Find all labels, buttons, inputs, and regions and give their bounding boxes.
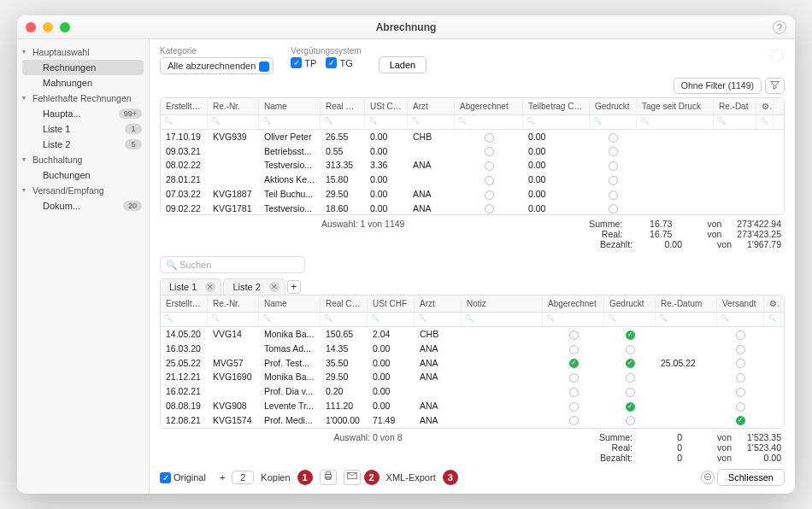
table-row[interactable]: 07.03.22KVG1887Teil Buchu...29.500.00ANA…	[161, 187, 784, 202]
filter-cell[interactable]	[321, 313, 368, 326]
column-header[interactable]: Real CHF	[321, 295, 368, 312]
selection-info-2: Auswahl: 0 von 8	[163, 432, 573, 463]
filter-cell[interactable]	[368, 313, 415, 326]
table-row[interactable]: 28.01.21Aktions Ke...15.800.000.00	[161, 173, 784, 187]
original-checkbox[interactable]: ✓Original	[160, 472, 206, 483]
sidebar-item[interactable]: Buchungen	[17, 167, 149, 183]
table2-body[interactable]: 14.05.20VVG14Monika Ba...150.652.04CHB16…	[161, 327, 784, 429]
sidebar-item[interactable]: Liste 25	[17, 137, 149, 152]
column-header[interactable]: Re.-Datum	[656, 295, 717, 312]
filter-cell[interactable]	[259, 313, 321, 326]
close-tab-icon[interactable]: ✕	[205, 282, 215, 292]
column-header[interactable]: Re.-Nr.	[208, 295, 259, 312]
tab-liste2[interactable]: Liste 2✕	[223, 278, 285, 295]
sidebar-item[interactable]: Rechnungen	[22, 60, 144, 75]
table-row[interactable]: 08.02.22Testversio...313.353.36ANA0.00	[161, 158, 784, 173]
tg-checkbox[interactable]: ✓TG	[326, 57, 352, 68]
filter-cell[interactable]	[321, 115, 365, 129]
column-header[interactable]: Notiz	[462, 295, 543, 312]
column-header[interactable]: Re.-Dat	[714, 98, 756, 114]
schliessen-button[interactable]: Schliessen	[717, 469, 785, 486]
column-header[interactable]: Arzt	[415, 295, 462, 312]
marker-1: 1	[297, 470, 313, 485]
filter-cell[interactable]	[637, 115, 714, 129]
table-row[interactable]: 21.12.21KVG1690Monika Ba...29.500.00ANA	[161, 370, 784, 384]
column-header[interactable]: Name	[259, 98, 321, 114]
gear-icon[interactable]: ⚙	[764, 295, 781, 312]
remove-icon[interactable]: ⊖	[701, 471, 715, 484]
column-header[interactable]: Gedruckt	[590, 98, 637, 114]
filter-cell[interactable]	[259, 115, 321, 129]
xml-export-label[interactable]: XML-Export	[386, 472, 436, 483]
column-header[interactable]: USt CHF	[368, 295, 415, 312]
column-header[interactable]: Erstellt am	[161, 98, 208, 114]
search-input[interactable]: 🔍 Suchen	[160, 256, 305, 273]
table-row[interactable]: 09.02.22KVG1781Testversio...18.600.00ANA…	[161, 202, 784, 215]
print-icon[interactable]	[320, 470, 337, 485]
filter-cell[interactable]	[717, 313, 764, 326]
filter-cell[interactable]	[756, 115, 774, 129]
column-header[interactable]: Re.-Nr.	[208, 98, 259, 114]
sidebar-group[interactable]: Fehlerhafte Rechnungen	[17, 91, 149, 106]
filter-cell[interactable]	[462, 313, 543, 326]
filter-cell[interactable]	[656, 313, 717, 326]
column-header[interactable]: Real CHF	[321, 98, 365, 114]
column-header[interactable]: Teilbetrag CHF	[523, 98, 590, 114]
sidebar-item[interactable]: Mahnungen	[17, 75, 149, 91]
column-header[interactable]: Abgerechnet	[455, 98, 523, 114]
filter-cell[interactable]	[408, 115, 455, 129]
table-row[interactable]: 17.10.19KVG939Oliver Peter26.550.00CHB0.…	[161, 130, 784, 144]
filter-cell[interactable]	[523, 115, 590, 129]
column-header[interactable]: USt CHF	[365, 98, 408, 114]
topbar: Kategorie Alle abzurechnenden Vergütungs…	[150, 39, 795, 76]
filter-cell[interactable]	[208, 313, 259, 326]
filter-cell[interactable]	[208, 115, 259, 129]
sidebar-item[interactable]: Haupta...99+	[17, 106, 149, 121]
filter-cell[interactable]	[590, 115, 637, 129]
filter-button[interactable]: Ohne Filter (1149)	[674, 78, 762, 94]
add-tab-button[interactable]: +	[287, 280, 301, 294]
funnel-icon[interactable]	[765, 78, 785, 94]
gear-icon[interactable]: ⚙	[756, 98, 774, 114]
close-tab-icon[interactable]: ✕	[269, 282, 279, 292]
filter-cell[interactable]	[764, 313, 781, 326]
table-row[interactable]: 14.05.20VVG14Monika Ba...150.652.04CHB	[161, 327, 784, 342]
column-header[interactable]: Abgerechnet	[543, 295, 604, 312]
tp-checkbox[interactable]: ✓TP	[291, 57, 316, 68]
table-row[interactable]: 25.05.22MVG57Prof. Test...35.500.00ANA25…	[161, 356, 784, 371]
laden-button[interactable]: Laden	[379, 56, 427, 73]
table-row[interactable]: 16.02.21Prof. Dia v...0.200.00	[161, 384, 784, 399]
filter-cell[interactable]	[365, 115, 408, 129]
table-row[interactable]: 12.08.21KVG1574Prof. Medi...1'000.0071.4…	[161, 413, 784, 428]
help-icon[interactable]: ?	[773, 20, 786, 34]
table-row[interactable]: 08.08.19KVG908Levente Tr...111.200.00ANA	[161, 399, 784, 413]
sidebar-item[interactable]: Dokum...20	[17, 198, 149, 214]
mail-icon[interactable]	[344, 470, 361, 485]
filter-cell[interactable]	[415, 313, 462, 326]
kopien-stepper[interactable]: 2	[232, 471, 254, 484]
sidebar-group[interactable]: Hauptauswahl	[17, 44, 149, 60]
table-row[interactable]: 16.03.20Tomas Ad...14.350.00ANA	[161, 342, 784, 356]
tab-liste1[interactable]: Liste 1✕	[160, 278, 221, 295]
column-header[interactable]: Gedruckt	[604, 295, 656, 312]
filter-cell[interactable]	[161, 115, 208, 129]
sidebar-group[interactable]: Versand/Empfang	[17, 183, 149, 198]
column-header[interactable]: Arzt	[408, 98, 455, 114]
column-header[interactable]: Tage seit Druck	[637, 98, 714, 114]
kategorie-select[interactable]: Alle abzurechnenden	[160, 57, 274, 74]
column-header[interactable]: Name	[259, 295, 321, 312]
filter-cell[interactable]	[714, 115, 756, 129]
filter-cell[interactable]	[543, 313, 604, 326]
sidebar-item[interactable]: Liste 11	[17, 121, 149, 137]
svg-rect-2	[326, 472, 330, 475]
sidebar-group[interactable]: Buchhaltung	[17, 152, 149, 167]
bottom-bar: ✓Original + 2 Kopien 1 2 XML-Export 3 ⊖ …	[150, 465, 795, 494]
filter-cell[interactable]	[455, 115, 523, 129]
filter-cell[interactable]	[604, 313, 656, 326]
table1-body[interactable]: 17.10.19KVG939Oliver Peter26.550.00CHB0.…	[161, 130, 784, 215]
marker-3: 3	[443, 470, 458, 485]
filter-cell[interactable]	[161, 313, 208, 326]
column-header[interactable]: Erstellt am	[161, 295, 208, 312]
column-header[interactable]: Versandt	[717, 295, 764, 312]
table-row[interactable]: 09.03.21Betriebsst...0.550.000.00	[161, 144, 784, 159]
